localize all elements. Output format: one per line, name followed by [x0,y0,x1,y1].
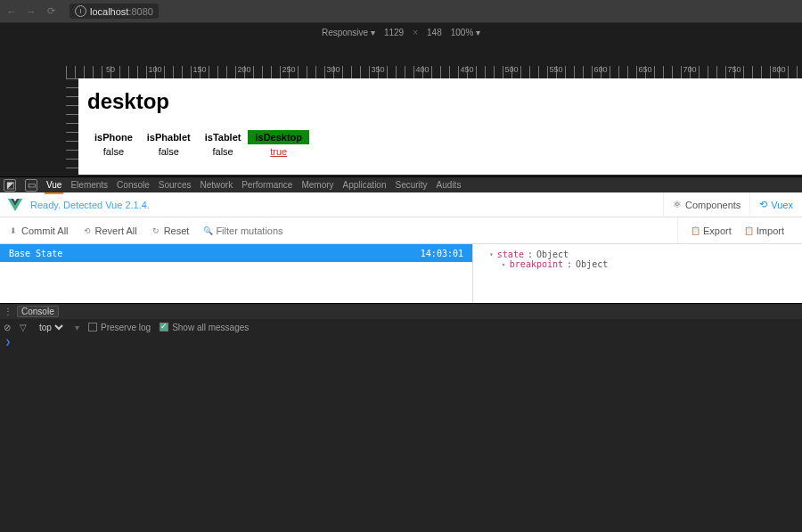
tab-vuex-label: Vuex [771,200,793,210]
breakpoint-column-value: false [198,144,249,159]
ruler-tick-label: 600 [593,65,607,74]
show-all-checkbox[interactable] [160,323,168,331]
viewport-width[interactable]: 1129 [384,28,404,37]
ruler-tick-label: 150 [192,65,206,74]
mutation-list: Base State 14:03:01 [0,244,472,303]
clipboard-icon: 📋 [691,226,700,235]
tab-vuex[interactable]: ⟲ Vuex [749,192,802,217]
revert-all-button[interactable]: ⟲ Revert All [83,225,137,236]
filter-icon[interactable]: ▽ [20,323,27,332]
breakpoint-column-value: true [248,144,309,159]
base-state-row[interactable]: Base State 14:03:01 [0,244,472,262]
state-key: state [497,250,524,259]
ruler-tick-label: 450 [460,65,473,74]
rendered-page: desktop isPhoneisPhabletisTabletisDeskto… [78,78,802,175]
state-type: Object [536,250,569,259]
horizontal-ruler: 5010015020025030035040045050055060065070… [66,66,802,78]
console-drawer-header: ⋮ Console [0,303,802,319]
state-inspector: ▾ state: Object ▸ breakpoint: Object [472,244,802,303]
components-icon: ⚛ [673,199,682,210]
revert-icon: ⟲ [83,226,92,235]
kebab-icon[interactable]: ⋮ [4,307,12,316]
preserve-log-label: Preserve log [101,323,151,332]
state-object-row[interactable]: ▾ state: Object [482,250,793,259]
ruler-tick-label: 250 [282,65,295,74]
breakpoint-column-value: false [87,144,140,159]
devtools-tab-audits[interactable]: Audits [437,178,462,192]
forward-arrow-icon: → [25,6,37,17]
filter-mutations-input[interactable] [216,225,323,236]
console-body[interactable]: ❯ [0,335,802,528]
breakpoint-object-row[interactable]: ▸ breakpoint: Object [482,259,793,269]
ruler-tick-label: 300 [326,65,340,74]
devtools-tab-security[interactable]: Security [395,178,427,192]
base-state-label: Base State [9,249,62,258]
devtools-tab-vue[interactable]: Vue [46,178,61,192]
breakpoint-column-value: false [140,144,198,159]
device-mode-icon[interactable]: ▭ [25,179,37,192]
tab-components-label: Components [685,200,741,210]
console-prompt[interactable]: ❯ [0,335,802,348]
console-drawer-tab[interactable]: Console [17,306,59,317]
devtools-tab-elements[interactable]: Elements [70,178,108,192]
viewport-height[interactable]: 148 [427,28,442,37]
devtools-tab-console[interactable]: Console [117,178,150,192]
filter-mutations[interactable]: 🔍 [203,225,323,236]
ruler-tick-label: 500 [504,65,518,74]
zoom-dropdown[interactable]: 100% ▾ [451,28,480,37]
breakpoint-table: isPhoneisPhabletisTabletisDesktop falsef… [87,130,309,159]
page-heading: desktop [87,89,793,114]
commit-all-label: Commit All [21,225,69,236]
ruler-tick-label: 400 [415,65,429,74]
ruler-tick-label: 100 [148,65,161,74]
devtools-tab-application[interactable]: Application [343,178,387,192]
ruler-tick-label: 650 [638,65,651,74]
devtools-tab-memory[interactable]: Memory [301,178,333,192]
url-port: :8080 [128,6,153,17]
info-icon[interactable]: i [75,5,86,17]
reload-icon[interactable]: ⟳ [45,5,57,17]
show-all-label: Show all messages [172,323,249,332]
show-all-toggle[interactable]: Show all messages [160,323,249,332]
caret-down-icon[interactable]: ▾ [489,250,494,258]
export-label: Export [703,225,732,236]
vertical-ruler [66,78,78,176]
revert-all-label: Revert All [95,225,137,236]
preserve-log-checkbox[interactable] [88,323,97,331]
vue-status-text: Ready. Detected Vue 2.1.4. [30,200,150,210]
clipboard-icon: 📋 [744,226,753,235]
vuex-toolbar: ⬇ Commit All ⟲ Revert All ↻ Reset 🔍 📋 Ex… [0,217,802,244]
devtools-tab-network[interactable]: Network [200,178,233,192]
reset-button[interactable]: ↻ Reset [151,225,190,236]
reload-icon: ↻ [151,226,160,235]
commit-all-button[interactable]: ⬇ Commit All [9,225,69,236]
vue-logo-icon [7,199,23,211]
devtools-tab-sources[interactable]: Sources [159,178,192,192]
search-icon: 🔍 [203,226,212,235]
ruler-tick-label: 200 [237,65,250,74]
device-mode-dropdown[interactable]: Responsive ▾ [322,28,375,37]
address-bar[interactable]: i localhost :8080 [70,4,159,19]
device-toolbar: Responsive ▾ 1129 × 148 100% ▾ [0,23,802,41]
refresh-icon: ⟲ [759,199,767,210]
breakpoint-column-header: isPhablet [140,130,198,144]
breakpoint-column-header: isPhone [87,130,140,144]
dimension-separator: × [413,28,418,37]
devtools-tab-performance[interactable]: Performance [241,178,292,192]
ruler-tick-label: 350 [371,65,384,74]
preserve-log-toggle[interactable]: Preserve log [88,323,151,332]
url-host: localhost [90,6,128,17]
caret-right-icon[interactable]: ▸ [502,260,506,268]
ruler-tick-label: 550 [549,65,562,74]
base-state-time: 14:03:01 [421,249,463,258]
inspect-element-icon[interactable]: ◩ [4,179,16,192]
vuex-main-panel: Base State 14:03:01 ▾ state: Object ▸ br… [0,244,802,303]
clear-console-icon[interactable]: ⊘ [4,323,11,332]
export-button[interactable]: 📋 Export [691,225,732,236]
ruler-tick-label: 800 [772,65,785,74]
tab-components[interactable]: ⚛ Components [663,192,749,217]
context-dropdown[interactable]: top [36,322,66,333]
ruler-tick-label: 750 [727,65,741,74]
import-button[interactable]: 📋 Import [744,225,784,236]
breakpoint-type: Object [576,259,608,269]
